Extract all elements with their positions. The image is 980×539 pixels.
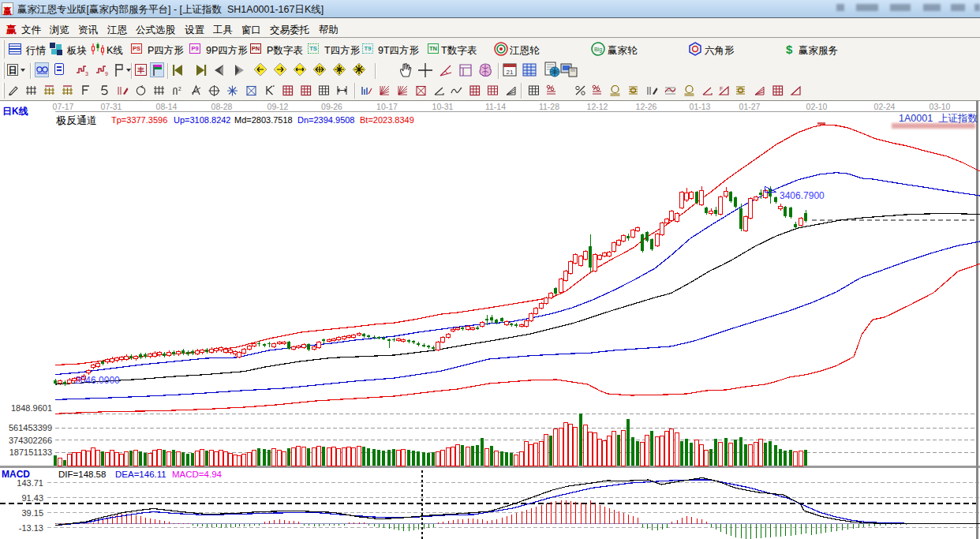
svg-text:01-27: 01-27 <box>739 102 761 111</box>
svg-text:2046.0000: 2046.0000 <box>75 375 120 386</box>
svg-text:11-14: 11-14 <box>485 102 506 111</box>
svg-text:11-28: 11-28 <box>539 102 559 111</box>
svg-text:10-31: 10-31 <box>432 102 454 111</box>
svg-text:1848.9601: 1848.9601 <box>11 403 52 413</box>
svg-text:07-31: 07-31 <box>101 102 122 111</box>
svg-text:12-26: 12-26 <box>636 102 657 111</box>
svg-text:-13.13: -13.13 <box>19 523 43 533</box>
svg-text:10-17: 10-17 <box>376 102 398 111</box>
svg-text:12-12: 12-12 <box>587 102 608 111</box>
svg-text:09-12: 09-12 <box>267 102 289 111</box>
svg-text:39.15: 39.15 <box>21 508 43 518</box>
svg-text:08-28: 08-28 <box>211 102 233 111</box>
svg-text:03-10: 03-10 <box>930 102 951 111</box>
svg-text:374302266: 374302266 <box>9 436 52 445</box>
svg-text:01-13: 01-13 <box>690 102 711 111</box>
svg-text:02-10: 02-10 <box>806 102 828 111</box>
svg-text:08-14: 08-14 <box>156 102 178 111</box>
svg-text:02-24: 02-24 <box>874 102 896 111</box>
svg-text:91.43: 91.43 <box>21 493 43 503</box>
svg-text:3406.7900: 3406.7900 <box>780 190 825 201</box>
svg-text:09-26: 09-26 <box>321 102 342 111</box>
svg-text:561453399: 561453399 <box>9 423 52 432</box>
svg-text:187151133: 187151133 <box>9 447 52 457</box>
svg-text:07-17: 07-17 <box>53 102 74 111</box>
